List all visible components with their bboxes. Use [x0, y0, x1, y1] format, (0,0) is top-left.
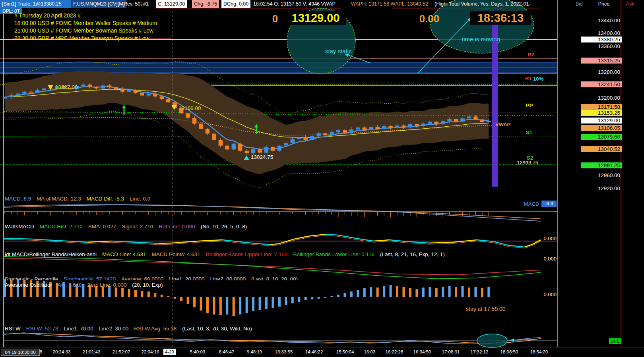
big-position-count: 0 [268, 13, 282, 25]
study-settings-readout: (High, Total Volume, Yes, Days, 1, 2022-… [433, 0, 533, 8]
watts-macd-pane [4, 234, 557, 248]
stoch-line2-label: Line2: 80.0000 [210, 276, 246, 280]
pp-level-label: PP [526, 102, 533, 108]
swing-high-marker-label: 13227.00 [55, 84, 78, 90]
chart-canvas[interactable] [0, 0, 644, 357]
time-axis-label: 18:54:20 [530, 349, 548, 354]
watts-params-label: (No, 10, 26, 5, 0, 8) [201, 224, 247, 230]
time-axis-label: 5:40:03 [190, 349, 205, 354]
volatility-band [4, 61, 555, 188]
ladder-price-row[interactable]: 12960.00 [581, 172, 622, 178]
jdt-name-label: jdt MACD/Bollinger Bands/Heiken-ashi [5, 251, 97, 257]
calendar-event-note: 21:00:00 USD # FOMC Member Bowman Speaks… [14, 27, 153, 34]
time-axis-label: 13:33:55 [275, 349, 293, 354]
price-column-header: Price [589, 0, 619, 8]
rsi-avg-label: RSI-W Avg: 55.38 [134, 326, 177, 332]
time-axis-label: 9:48:19 [247, 349, 262, 354]
watts-signal-label: Signal: 2.710 [122, 224, 153, 230]
ladder-price-row[interactable]: 13040.52 [581, 146, 622, 152]
ladder-price-row[interactable]: 13153.25 [581, 110, 622, 116]
ao-params-label: (20, 10, Exp) [132, 282, 163, 288]
ladder-price-row[interactable]: 13400.00 [581, 30, 622, 36]
watts-sma-label: SMA: 0.027 [88, 224, 116, 230]
ladder-price-row[interactable]: 12920.00 [581, 185, 622, 191]
rsi-value-label: RSI-W: 52.73 [26, 326, 58, 332]
jdt-bb-lower-label: Bollinger Bands Lower Line: 0.116 [293, 251, 374, 257]
macd-scale-title: MACD [524, 201, 539, 207]
day-change-readout: DChg: 0.00 [221, 0, 250, 8]
big-clock: 18:36:13 [470, 11, 531, 25]
swing-mid-marker-label: 13166.00 [178, 105, 201, 111]
stay-at-note: stay at 17:59:00 [466, 306, 506, 312]
vwap-high-low-readout: WAPH: 13171.58 WAPL: 13040.52 [349, 0, 430, 8]
highlight-shapes [287, 0, 537, 347]
jdt-macd-pane [4, 257, 541, 279]
swing-low-marker-label: 13024.75 [251, 154, 273, 160]
macd-label-row: MACD: 6.9 MA of MACD: 12.3 MACD Diff: -5… [5, 196, 150, 202]
stoch-params-label: (Last, 8, 10, 20, 80) [251, 276, 298, 280]
jdt-params-label: (Last, 8, 21, 16, Exp, 12, 1) [380, 251, 445, 257]
time-axis-label: 15:50:04 [336, 349, 354, 354]
macd-value-label: MACD: 6.9 [5, 196, 31, 202]
big-open-pl: 0.00 [413, 13, 446, 25]
ask-column-header: Ask [617, 0, 643, 8]
ladder-price-row[interactable]: 13280.00 [581, 69, 622, 75]
ladder-price-row[interactable]: 13200.00 [581, 95, 622, 101]
ladder-price-row[interactable]: 13106.05 [581, 125, 622, 131]
macd-diff-label: MACD Diff: -5.3 [87, 196, 124, 202]
rsi-line1-label: Line1: 70.00 [64, 326, 93, 332]
rsi-name-label: RSI-W [5, 326, 21, 332]
big-last-price: 13129.00 [285, 11, 346, 25]
stoch-name-label: Stochastic - Percentile [5, 276, 58, 280]
watts-name-label: WattsMACD [5, 224, 34, 230]
watts-macd-label-row: WattsMACD MACD Hist: 2.710 SMA: 0.027 Si… [5, 224, 247, 230]
stoch-average-label: Average: 60.0000 [121, 276, 163, 280]
symbol-badge[interactable]: F.US.MNQM23 [CV][M] [71, 0, 126, 8]
last-price-readout: C: 13129.00 [156, 0, 187, 8]
calendar-event-note: 18:00:00 USD # FOMC Member Waller Speaks… [14, 20, 157, 26]
time-axis-label: 17:32:12 [471, 349, 489, 354]
time-axis-label: 21:01:43 [83, 349, 101, 354]
revision-label: Rev. 50t #1 [122, 0, 151, 8]
rsi-line2-label: Line2: 30.00 [99, 326, 128, 332]
ao-zero-scale-value: 0.000 [539, 291, 557, 297]
ladder-price-row[interactable]: 12991.25 [581, 162, 622, 168]
stay-static-note: stay static [325, 48, 352, 54]
ladder-price-row[interactable]: 13241.50 [581, 81, 622, 87]
axis-session-start-box[interactable]: 04-19 18:30:00 [1, 349, 40, 356]
ao-zeroline-label: Zero Line: 0.000 [87, 282, 126, 288]
ladder-price-row[interactable]: 13360.00 [581, 43, 622, 49]
ladder-price-row[interactable]: 13315.25 [581, 58, 622, 64]
account-trade-badge[interactable]: [Sim1] Trade: 1@13380.25 [0, 0, 72, 8]
stochastic-label-row: Stochastic - Percentile Stochastic%: 57.… [5, 276, 298, 280]
macd-zeroline-label: Line: 0.0 [130, 196, 150, 202]
retracement-pct-label: 10% [533, 76, 543, 82]
s1-level-label: S1 [526, 129, 532, 135]
rsi-highlight-ellipse [477, 334, 507, 347]
watts-zero-scale-value: 0.000 [539, 235, 557, 241]
ladder-price-row[interactable]: 13171.58 [581, 104, 622, 110]
rsi-params-label: (Last, 10, 3, 70, 30, Wild, No) [182, 326, 252, 332]
ladder-price-row[interactable]: 13129.00 [581, 118, 622, 124]
rsi-pane [4, 333, 557, 344]
session-open-volume-readout: 18:02:54 O: 13137.50 V: 4946 VWAP [251, 0, 338, 8]
trading-app-window: [Sim1] Trade: 1@13380.25 F.US.MNQM23 [CV… [0, 0, 644, 357]
ladder-price-row[interactable]: 13079.50 [581, 134, 622, 140]
chart-status-badge: 14 L [609, 338, 621, 344]
jdt-label-row: jdt MACD/Bollinger Bands/Heiken-ashi MAC… [5, 251, 445, 257]
up-arrow-icon [122, 105, 126, 108]
change-readout: Chg: -8.75 [192, 0, 219, 8]
time-axis-label: 16:34:50 [413, 349, 431, 354]
time-is-moving-note: time is moving [462, 36, 500, 42]
macd-pane [4, 205, 557, 221]
vwap-label: VWAP [495, 122, 510, 127]
time-axis-label: 20:24:33 [53, 349, 71, 354]
ladder-price-row[interactable]: 13440.00 [581, 17, 622, 23]
time-axis-label: 8 [40, 349, 42, 354]
ladder-price-row[interactable]: 13380.25 [581, 37, 622, 42]
macd-ma-label: MA of MACD: 12.3 [37, 196, 81, 202]
r1-level-label: R1 [525, 75, 532, 81]
time-axis-label: 21:52:07 [113, 349, 130, 354]
ao-value-label: AO: 3.618 [58, 282, 82, 288]
axis-session-date-box[interactable]: 4-20 [163, 349, 176, 355]
